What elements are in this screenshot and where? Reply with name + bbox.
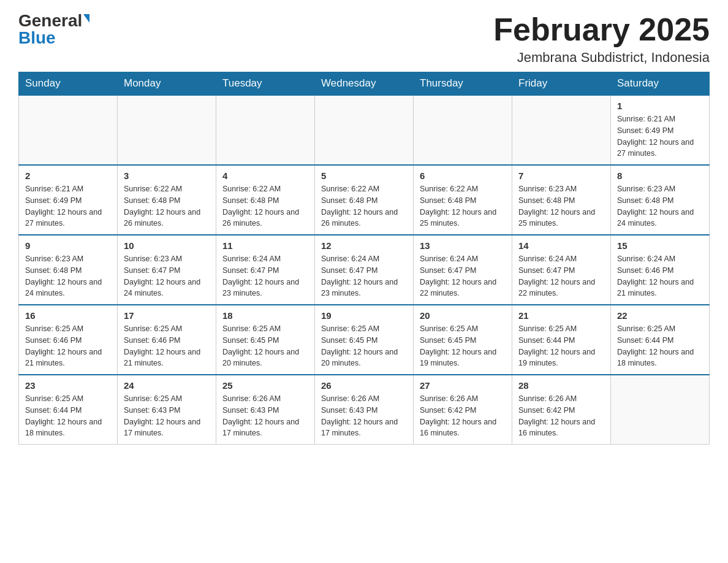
day-info: Sunrise: 6:25 AMSunset: 6:44 PMDaylight:… — [25, 393, 111, 439]
day-info: Sunrise: 6:26 AMSunset: 6:43 PMDaylight:… — [321, 393, 407, 439]
calendar-cell: 13Sunrise: 6:24 AMSunset: 6:47 PMDayligh… — [414, 235, 512, 305]
day-info: Sunrise: 6:25 AMSunset: 6:46 PMDaylight:… — [25, 323, 111, 369]
weekday-header-saturday: Saturday — [611, 72, 710, 96]
week-row-4: 16Sunrise: 6:25 AMSunset: 6:46 PMDayligh… — [19, 305, 710, 375]
day-number: 24 — [124, 380, 210, 391]
calendar-cell: 21Sunrise: 6:25 AMSunset: 6:44 PMDayligh… — [512, 305, 611, 375]
day-number: 1 — [617, 101, 703, 111]
day-number: 7 — [518, 170, 604, 181]
calendar-cell: 18Sunrise: 6:25 AMSunset: 6:45 PMDayligh… — [216, 305, 315, 375]
day-info: Sunrise: 6:23 AMSunset: 6:47 PMDaylight:… — [124, 253, 210, 299]
calendar-cell: 27Sunrise: 6:26 AMSunset: 6:42 PMDayligh… — [414, 375, 512, 445]
day-info: Sunrise: 6:24 AMSunset: 6:47 PMDaylight:… — [321, 253, 407, 299]
calendar-cell: 12Sunrise: 6:24 AMSunset: 6:47 PMDayligh… — [315, 235, 414, 305]
day-info: Sunrise: 6:25 AMSunset: 6:45 PMDaylight:… — [420, 323, 506, 369]
day-info: Sunrise: 6:24 AMSunset: 6:47 PMDaylight:… — [518, 253, 604, 299]
day-number: 19 — [321, 310, 407, 321]
calendar-table: SundayMondayTuesdayWednesdayThursdayFrid… — [18, 72, 710, 445]
day-number: 4 — [222, 170, 308, 181]
day-number: 2 — [25, 170, 111, 181]
calendar-cell — [118, 95, 216, 165]
calendar-cell — [611, 375, 710, 445]
calendar-cell: 19Sunrise: 6:25 AMSunset: 6:45 PMDayligh… — [315, 305, 414, 375]
calendar-cell: 10Sunrise: 6:23 AMSunset: 6:47 PMDayligh… — [118, 235, 216, 305]
week-row-2: 2Sunrise: 6:21 AMSunset: 6:49 PMDaylight… — [19, 165, 710, 235]
calendar-cell: 6Sunrise: 6:22 AMSunset: 6:48 PMDaylight… — [414, 165, 512, 235]
day-number: 10 — [124, 240, 210, 251]
day-info: Sunrise: 6:25 AMSunset: 6:44 PMDaylight:… — [518, 323, 604, 369]
day-info: Sunrise: 6:26 AMSunset: 6:43 PMDaylight:… — [222, 393, 308, 439]
day-number: 22 — [617, 310, 703, 321]
day-info: Sunrise: 6:23 AMSunset: 6:48 PMDaylight:… — [25, 253, 111, 299]
week-row-1: 1Sunrise: 6:21 AMSunset: 6:49 PMDaylight… — [19, 95, 710, 165]
calendar-cell: 23Sunrise: 6:25 AMSunset: 6:44 PMDayligh… — [19, 375, 118, 445]
calendar-cell: 17Sunrise: 6:25 AMSunset: 6:46 PMDayligh… — [118, 305, 216, 375]
calendar-cell: 14Sunrise: 6:24 AMSunset: 6:47 PMDayligh… — [512, 235, 611, 305]
day-number: 27 — [420, 380, 506, 391]
week-row-3: 9Sunrise: 6:23 AMSunset: 6:48 PMDaylight… — [19, 235, 710, 305]
calendar-subtitle: Jembrana Subdistrict, Indonesia — [493, 50, 710, 66]
day-number: 25 — [222, 380, 308, 391]
weekday-header-friday: Friday — [512, 72, 611, 96]
calendar-cell: 20Sunrise: 6:25 AMSunset: 6:45 PMDayligh… — [414, 305, 512, 375]
day-number: 14 — [518, 240, 604, 251]
day-number: 11 — [222, 240, 308, 251]
calendar-cell: 3Sunrise: 6:22 AMSunset: 6:48 PMDaylight… — [118, 165, 216, 235]
calendar-cell: 7Sunrise: 6:23 AMSunset: 6:48 PMDaylight… — [512, 165, 611, 235]
day-number: 8 — [617, 170, 703, 181]
day-info: Sunrise: 6:25 AMSunset: 6:45 PMDaylight:… — [222, 323, 308, 369]
weekday-header-sunday: Sunday — [19, 72, 118, 96]
day-info: Sunrise: 6:22 AMSunset: 6:48 PMDaylight:… — [222, 183, 308, 229]
calendar-cell: 9Sunrise: 6:23 AMSunset: 6:48 PMDaylight… — [19, 235, 118, 305]
logo: General Blue — [18, 12, 89, 47]
calendar-cell: 24Sunrise: 6:25 AMSunset: 6:43 PMDayligh… — [118, 375, 216, 445]
calendar-cell: 8Sunrise: 6:23 AMSunset: 6:48 PMDaylight… — [611, 165, 710, 235]
calendar-cell: 1Sunrise: 6:21 AMSunset: 6:49 PMDaylight… — [611, 95, 710, 165]
day-info: Sunrise: 6:26 AMSunset: 6:42 PMDaylight:… — [420, 393, 506, 439]
day-number: 18 — [222, 310, 308, 321]
calendar-cell: 28Sunrise: 6:26 AMSunset: 6:42 PMDayligh… — [512, 375, 611, 445]
weekday-header-monday: Monday — [118, 72, 216, 96]
calendar-cell: 15Sunrise: 6:24 AMSunset: 6:46 PMDayligh… — [611, 235, 710, 305]
calendar-cell: 11Sunrise: 6:24 AMSunset: 6:47 PMDayligh… — [216, 235, 315, 305]
day-number: 28 — [518, 380, 604, 391]
day-number: 17 — [124, 310, 210, 321]
title-area: February 2025 Jembrana Subdistrict, Indo… — [493, 12, 710, 66]
weekday-header-thursday: Thursday — [414, 72, 512, 96]
day-info: Sunrise: 6:22 AMSunset: 6:48 PMDaylight:… — [124, 183, 210, 229]
calendar-cell: 5Sunrise: 6:22 AMSunset: 6:48 PMDaylight… — [315, 165, 414, 235]
logo-arrow-icon — [83, 14, 89, 23]
calendar-cell — [216, 95, 315, 165]
day-info: Sunrise: 6:26 AMSunset: 6:42 PMDaylight:… — [518, 393, 604, 439]
day-number: 26 — [321, 380, 407, 391]
calendar-cell: 16Sunrise: 6:25 AMSunset: 6:46 PMDayligh… — [19, 305, 118, 375]
calendar-cell — [414, 95, 512, 165]
logo-blue-text: Blue — [18, 29, 56, 47]
logo-general-text: General — [18, 12, 82, 29]
day-info: Sunrise: 6:25 AMSunset: 6:44 PMDaylight:… — [617, 323, 703, 369]
day-info: Sunrise: 6:24 AMSunset: 6:47 PMDaylight:… — [222, 253, 308, 299]
day-number: 20 — [420, 310, 506, 321]
day-info: Sunrise: 6:25 AMSunset: 6:45 PMDaylight:… — [321, 323, 407, 369]
day-info: Sunrise: 6:25 AMSunset: 6:43 PMDaylight:… — [124, 393, 210, 439]
calendar-cell: 22Sunrise: 6:25 AMSunset: 6:44 PMDayligh… — [611, 305, 710, 375]
day-info: Sunrise: 6:22 AMSunset: 6:48 PMDaylight:… — [321, 183, 407, 229]
calendar-cell — [315, 95, 414, 165]
calendar-cell: 26Sunrise: 6:26 AMSunset: 6:43 PMDayligh… — [315, 375, 414, 445]
calendar-cell: 25Sunrise: 6:26 AMSunset: 6:43 PMDayligh… — [216, 375, 315, 445]
calendar-cell: 2Sunrise: 6:21 AMSunset: 6:49 PMDaylight… — [19, 165, 118, 235]
day-number: 3 — [124, 170, 210, 181]
day-info: Sunrise: 6:24 AMSunset: 6:47 PMDaylight:… — [420, 253, 506, 299]
day-info: Sunrise: 6:23 AMSunset: 6:48 PMDaylight:… — [617, 183, 703, 229]
day-info: Sunrise: 6:24 AMSunset: 6:46 PMDaylight:… — [617, 253, 703, 299]
week-row-5: 23Sunrise: 6:25 AMSunset: 6:44 PMDayligh… — [19, 375, 710, 445]
day-number: 5 — [321, 170, 407, 181]
calendar-cell: 4Sunrise: 6:22 AMSunset: 6:48 PMDaylight… — [216, 165, 315, 235]
day-number: 9 — [25, 240, 111, 251]
header-row: SundayMondayTuesdayWednesdayThursdayFrid… — [19, 72, 710, 96]
day-number: 23 — [25, 380, 111, 391]
day-info: Sunrise: 6:21 AMSunset: 6:49 PMDaylight:… — [617, 113, 703, 159]
day-info: Sunrise: 6:21 AMSunset: 6:49 PMDaylight:… — [25, 183, 111, 229]
day-info: Sunrise: 6:23 AMSunset: 6:48 PMDaylight:… — [518, 183, 604, 229]
day-number: 15 — [617, 240, 703, 251]
